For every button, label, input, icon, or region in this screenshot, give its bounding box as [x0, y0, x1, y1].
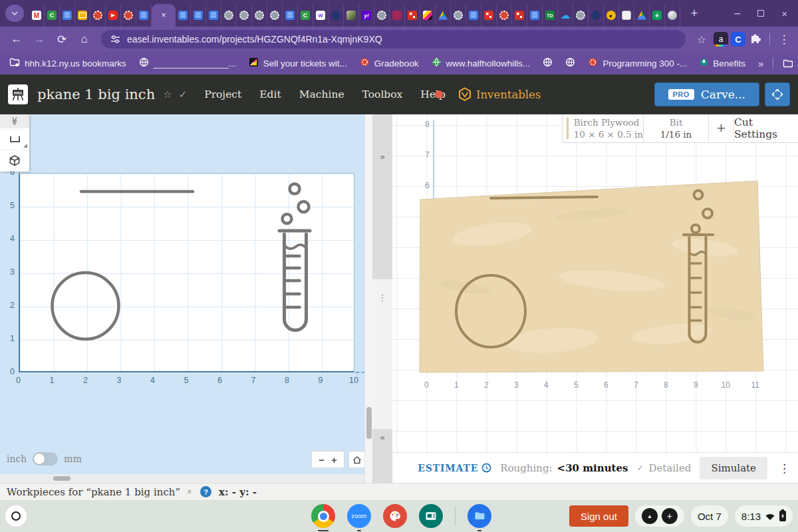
- vertical-scrollbar[interactable]: [364, 114, 372, 483]
- forward-button[interactable]: →: [29, 29, 49, 49]
- divider-drag-handle[interactable]: ⋮: [372, 293, 392, 303]
- all-bookmarks-button[interactable]: All Bookmarks: [783, 59, 798, 68]
- bookmark-item[interactable]: hhh.k12.ny.us bookmarks: [9, 57, 126, 70]
- tab-docs[interactable]: [206, 4, 221, 27]
- restore-icon[interactable]: [757, 10, 764, 17]
- unit-toggle[interactable]: [33, 452, 58, 466]
- tab-dashed[interactable]: [267, 4, 283, 27]
- tab-classroom[interactable]: C: [45, 4, 60, 27]
- detailed-label[interactable]: Detailed: [648, 462, 691, 474]
- tab-canvas[interactable]: [90, 4, 106, 27]
- tab-gmail[interactable]: M: [29, 4, 45, 27]
- app-zoom[interactable]: zoom: [347, 504, 371, 528]
- estimate-menu-icon[interactable]: ⋮: [779, 462, 790, 475]
- tab-photo[interactable]: [344, 4, 359, 27]
- tab-docs[interactable]: [176, 4, 191, 27]
- tab-red[interactable]: [481, 4, 497, 27]
- status-tray[interactable]: 8:13: [735, 505, 793, 527]
- tab-slides[interactable]: [75, 4, 90, 27]
- tab-onedrive[interactable]: ☁: [558, 4, 573, 27]
- bookmark-item[interactable]: Benefits: [700, 57, 745, 69]
- extensions-puzzle-icon[interactable]: [748, 32, 763, 47]
- browser-menu-icon[interactable]: ⋮: [777, 33, 791, 47]
- menu-machine[interactable]: Machine: [299, 88, 344, 100]
- tab-close-icon[interactable]: ×: [161, 11, 166, 19]
- tab-navy[interactable]: [329, 4, 344, 27]
- inventables-brand[interactable]: Inventables: [458, 87, 541, 102]
- tab-docs[interactable]: [283, 4, 298, 27]
- bit-section[interactable]: Bit 1/16 in: [644, 114, 709, 142]
- app-screencast[interactable]: [419, 504, 443, 528]
- toggle-knob[interactable]: [33, 453, 45, 465]
- active-tab[interactable]: ×: [152, 4, 176, 27]
- tab-red[interactable]: [512, 4, 527, 27]
- new-tab-button[interactable]: +: [686, 6, 703, 21]
- panel-divider[interactable]: » ⋮ «: [372, 114, 392, 483]
- help-question-icon[interactable]: ?: [200, 486, 211, 497]
- tab-arrow[interactable]: ▲: [604, 4, 619, 27]
- home-button[interactable]: ⌂: [74, 29, 94, 49]
- preview-panel[interactable]: 012345678: [392, 114, 798, 483]
- collapse-right-icon[interactable]: »: [372, 152, 392, 162]
- bookmark-item[interactable]: Programming 300 -...: [588, 57, 687, 70]
- menu-edit[interactable]: Edit: [259, 88, 281, 100]
- tab-canvas[interactable]: [497, 4, 512, 27]
- bookmark-item[interactable]: Sell your tickets wit...: [249, 57, 347, 70]
- tab-tickets[interactable]: [420, 4, 436, 27]
- bookmark-item[interactable]: [543, 57, 553, 70]
- plus-icon[interactable]: +: [662, 508, 678, 524]
- extension-a-icon[interactable]: a: [714, 32, 728, 47]
- tab-maroon[interactable]: [390, 4, 405, 27]
- tab-red[interactable]: [405, 4, 420, 27]
- bookmark-item[interactable]: [565, 57, 575, 70]
- extension-clever-icon[interactable]: C: [731, 32, 745, 47]
- tab-purple[interactable]: w: [313, 4, 329, 27]
- tab-docs[interactable]: [60, 4, 75, 27]
- tab-docs[interactable]: [527, 4, 543, 27]
- project-title[interactable]: pkane 1 big inch: [37, 86, 155, 102]
- tab-whiteboard[interactable]: [619, 4, 634, 27]
- address-bar[interactable]: easel.inventables.com/projects/HGZGNQf4R…: [101, 30, 686, 49]
- date-pill[interactable]: Oct 7: [691, 505, 728, 527]
- carve-button[interactable]: PRO Carve...: [654, 82, 760, 106]
- zoom-home-button[interactable]: [348, 451, 364, 468]
- tab-drive[interactable]: [436, 4, 451, 27]
- close-icon[interactable]: ×: [781, 8, 787, 19]
- minimize-icon[interactable]: –: [734, 7, 740, 19]
- shape-tool-button[interactable]: [0, 128, 29, 150]
- menu-toolbox[interactable]: Toolbox: [362, 88, 403, 100]
- view-3d-button[interactable]: [0, 150, 29, 172]
- simulate-button[interactable]: Simulate: [700, 457, 767, 479]
- horizontal-scrollbar[interactable]: [0, 474, 364, 483]
- tab-drive[interactable]: [634, 4, 650, 27]
- launcher-button[interactable]: [5, 505, 27, 527]
- tab-sheets[interactable]: +: [650, 4, 665, 27]
- workpiece-area[interactable]: [19, 173, 354, 372]
- bookmark-item[interactable]: www.halfhollowhills...: [432, 57, 531, 70]
- add-bit-button[interactable]: +: [709, 114, 734, 142]
- collapse-up-icon[interactable]: «: [186, 489, 196, 495]
- tab-dashed[interactable]: [451, 4, 466, 27]
- tab-classroom[interactable]: C: [298, 4, 313, 27]
- app-canvas-palette[interactable]: [383, 504, 407, 528]
- tab-chromeball[interactable]: [665, 4, 680, 27]
- tab-dashed[interactable]: [237, 4, 252, 27]
- tab-docs[interactable]: [136, 4, 152, 27]
- collapse-left-icon[interactable]: «: [372, 432, 392, 442]
- tab-dashed[interactable]: [252, 4, 267, 27]
- site-settings-icon[interactable]: [110, 35, 120, 44]
- favorite-star-icon[interactable]: ☆: [163, 88, 172, 100]
- zoom-in-button[interactable]: +: [331, 454, 337, 466]
- tab-dashed[interactable]: [221, 4, 237, 27]
- app-chrome[interactable]: [311, 504, 335, 528]
- tab-td[interactable]: TD: [543, 4, 558, 27]
- tab-docs[interactable]: [191, 4, 206, 27]
- tab-dashed[interactable]: [374, 4, 390, 27]
- bookmark-item[interactable]: _______________...: [139, 57, 236, 70]
- bookmarks-overflow-icon[interactable]: »: [758, 58, 763, 69]
- horizontal-scroll-thumb[interactable]: [53, 476, 70, 481]
- zoom-out-button[interactable]: −: [319, 454, 325, 466]
- workpieces-label[interactable]: Workpieces for “pkane 1 big inch”: [7, 486, 180, 498]
- bookmark-item[interactable]: Gradebook: [360, 57, 419, 70]
- tab-youtube[interactable]: ▶: [106, 4, 121, 27]
